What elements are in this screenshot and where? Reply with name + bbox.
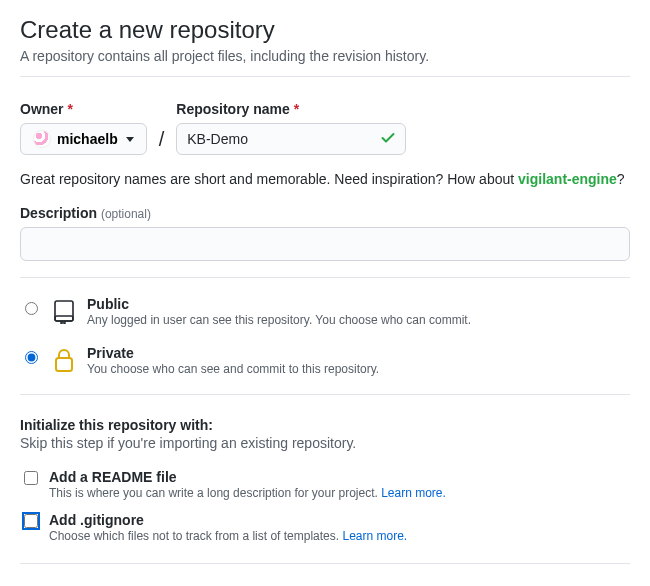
visibility-private-title: Private — [87, 345, 379, 361]
readme-checkbox[interactable] — [24, 471, 38, 485]
avatar — [33, 130, 51, 148]
initialize-subheading: Skip this step if you're importing an ex… — [20, 435, 630, 451]
gitignore-desc: Choose which files not to track from a l… — [49, 529, 407, 543]
repo-icon — [51, 296, 77, 324]
check-icon — [380, 130, 396, 149]
svg-rect-2 — [56, 358, 72, 371]
initialize-heading: Initialize this repository with: — [20, 417, 630, 433]
description-input[interactable] — [20, 227, 630, 261]
readme-learn-more-link[interactable]: Learn more. — [381, 486, 446, 500]
description-label: Description (optional) — [20, 205, 630, 221]
gitignore-title: Add .gitignore — [49, 512, 407, 528]
readme-desc: This is where you can write a long descr… — [49, 486, 446, 500]
slash-separator: / — [157, 128, 167, 155]
divider — [20, 76, 630, 77]
visibility-public-title: Public — [87, 296, 471, 312]
gitignore-checkbox[interactable] — [24, 514, 38, 528]
visibility-public-radio[interactable] — [25, 302, 38, 315]
svg-rect-0 — [55, 301, 73, 321]
suggested-name-link[interactable]: vigilant-engine — [518, 171, 617, 187]
visibility-private-desc: You choose who can see and commit to thi… — [87, 362, 379, 376]
repo-name-input[interactable] — [176, 123, 406, 155]
owner-label: Owner * — [20, 101, 147, 117]
page-title: Create a new repository — [20, 16, 630, 44]
owner-username: michaelb — [57, 131, 118, 147]
visibility-public-option[interactable]: Public Any logged in user can see this r… — [20, 286, 630, 335]
name-hint: Great repository names are short and mem… — [20, 171, 630, 187]
visibility-private-radio[interactable] — [25, 351, 38, 364]
owner-select-button[interactable]: michaelb — [20, 123, 147, 155]
gitignore-option[interactable]: Add .gitignore Choose which files not to… — [20, 506, 630, 549]
visibility-private-option[interactable]: Private You choose who can see and commi… — [20, 335, 630, 384]
page-subtitle: A repository contains all project files,… — [20, 48, 630, 64]
divider — [20, 394, 630, 395]
visibility-public-desc: Any logged in user can see this reposito… — [87, 313, 471, 327]
gitignore-learn-more-link[interactable]: Learn more. — [342, 529, 407, 543]
chevron-down-icon — [126, 137, 134, 142]
divider — [20, 563, 630, 564]
readme-title: Add a README file — [49, 469, 446, 485]
divider — [20, 277, 630, 278]
repo-name-label: Repository name * — [176, 101, 406, 117]
svg-rect-1 — [55, 316, 73, 321]
readme-option[interactable]: Add a README file This is where you can … — [20, 463, 630, 506]
lock-icon — [51, 345, 77, 373]
